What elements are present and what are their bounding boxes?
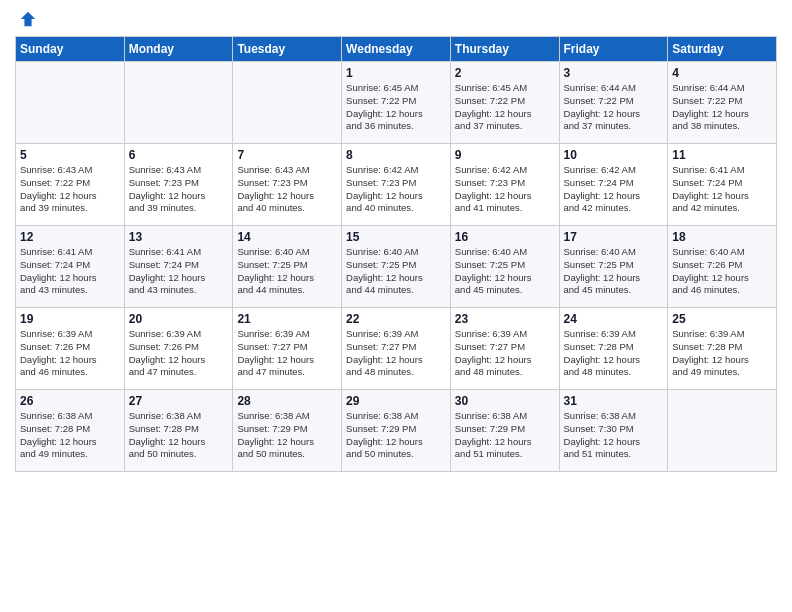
day-number: 3	[564, 66, 664, 80]
logo	[15, 10, 37, 28]
day-number: 6	[129, 148, 229, 162]
calendar-empty-cell	[233, 62, 342, 144]
calendar-day-15: 15Sunrise: 6:40 AM Sunset: 7:25 PM Dayli…	[342, 226, 451, 308]
header	[15, 10, 777, 28]
day-info: Sunrise: 6:42 AM Sunset: 7:23 PM Dayligh…	[455, 164, 555, 215]
calendar-empty-cell	[124, 62, 233, 144]
calendar-day-23: 23Sunrise: 6:39 AM Sunset: 7:27 PM Dayli…	[450, 308, 559, 390]
day-number: 13	[129, 230, 229, 244]
calendar-day-16: 16Sunrise: 6:40 AM Sunset: 7:25 PM Dayli…	[450, 226, 559, 308]
day-number: 21	[237, 312, 337, 326]
calendar-day-5: 5Sunrise: 6:43 AM Sunset: 7:22 PM Daylig…	[16, 144, 125, 226]
calendar-header-sunday: Sunday	[16, 37, 125, 62]
day-info: Sunrise: 6:41 AM Sunset: 7:24 PM Dayligh…	[672, 164, 772, 215]
calendar-header-row: SundayMondayTuesdayWednesdayThursdayFrid…	[16, 37, 777, 62]
day-info: Sunrise: 6:39 AM Sunset: 7:26 PM Dayligh…	[20, 328, 120, 379]
calendar-header-tuesday: Tuesday	[233, 37, 342, 62]
calendar-day-11: 11Sunrise: 6:41 AM Sunset: 7:24 PM Dayli…	[668, 144, 777, 226]
calendar-day-14: 14Sunrise: 6:40 AM Sunset: 7:25 PM Dayli…	[233, 226, 342, 308]
calendar-day-13: 13Sunrise: 6:41 AM Sunset: 7:24 PM Dayli…	[124, 226, 233, 308]
calendar-week-row: 19Sunrise: 6:39 AM Sunset: 7:26 PM Dayli…	[16, 308, 777, 390]
calendar-day-20: 20Sunrise: 6:39 AM Sunset: 7:26 PM Dayli…	[124, 308, 233, 390]
calendar-day-27: 27Sunrise: 6:38 AM Sunset: 7:28 PM Dayli…	[124, 390, 233, 472]
day-info: Sunrise: 6:40 AM Sunset: 7:25 PM Dayligh…	[455, 246, 555, 297]
calendar-week-row: 26Sunrise: 6:38 AM Sunset: 7:28 PM Dayli…	[16, 390, 777, 472]
calendar-day-2: 2Sunrise: 6:45 AM Sunset: 7:22 PM Daylig…	[450, 62, 559, 144]
day-info: Sunrise: 6:43 AM Sunset: 7:23 PM Dayligh…	[237, 164, 337, 215]
day-number: 26	[20, 394, 120, 408]
calendar-day-28: 28Sunrise: 6:38 AM Sunset: 7:29 PM Dayli…	[233, 390, 342, 472]
calendar-week-row: 5Sunrise: 6:43 AM Sunset: 7:22 PM Daylig…	[16, 144, 777, 226]
day-number: 9	[455, 148, 555, 162]
day-number: 22	[346, 312, 446, 326]
day-info: Sunrise: 6:42 AM Sunset: 7:23 PM Dayligh…	[346, 164, 446, 215]
day-info: Sunrise: 6:39 AM Sunset: 7:27 PM Dayligh…	[237, 328, 337, 379]
calendar-header-saturday: Saturday	[668, 37, 777, 62]
calendar-day-24: 24Sunrise: 6:39 AM Sunset: 7:28 PM Dayli…	[559, 308, 668, 390]
day-number: 23	[455, 312, 555, 326]
day-number: 8	[346, 148, 446, 162]
day-info: Sunrise: 6:41 AM Sunset: 7:24 PM Dayligh…	[20, 246, 120, 297]
day-info: Sunrise: 6:42 AM Sunset: 7:24 PM Dayligh…	[564, 164, 664, 215]
day-info: Sunrise: 6:40 AM Sunset: 7:25 PM Dayligh…	[564, 246, 664, 297]
calendar-week-row: 1Sunrise: 6:45 AM Sunset: 7:22 PM Daylig…	[16, 62, 777, 144]
day-number: 19	[20, 312, 120, 326]
day-number: 18	[672, 230, 772, 244]
calendar-day-10: 10Sunrise: 6:42 AM Sunset: 7:24 PM Dayli…	[559, 144, 668, 226]
day-number: 5	[20, 148, 120, 162]
day-info: Sunrise: 6:38 AM Sunset: 7:29 PM Dayligh…	[455, 410, 555, 461]
logo-icon	[19, 10, 37, 28]
day-info: Sunrise: 6:40 AM Sunset: 7:25 PM Dayligh…	[237, 246, 337, 297]
day-number: 14	[237, 230, 337, 244]
day-number: 20	[129, 312, 229, 326]
day-info: Sunrise: 6:40 AM Sunset: 7:26 PM Dayligh…	[672, 246, 772, 297]
calendar-header-monday: Monday	[124, 37, 233, 62]
calendar-day-18: 18Sunrise: 6:40 AM Sunset: 7:26 PM Dayli…	[668, 226, 777, 308]
calendar-day-26: 26Sunrise: 6:38 AM Sunset: 7:28 PM Dayli…	[16, 390, 125, 472]
day-number: 1	[346, 66, 446, 80]
day-number: 31	[564, 394, 664, 408]
day-info: Sunrise: 6:43 AM Sunset: 7:23 PM Dayligh…	[129, 164, 229, 215]
day-number: 7	[237, 148, 337, 162]
day-info: Sunrise: 6:38 AM Sunset: 7:30 PM Dayligh…	[564, 410, 664, 461]
calendar-empty-cell	[16, 62, 125, 144]
calendar-day-8: 8Sunrise: 6:42 AM Sunset: 7:23 PM Daylig…	[342, 144, 451, 226]
day-number: 28	[237, 394, 337, 408]
calendar-day-17: 17Sunrise: 6:40 AM Sunset: 7:25 PM Dayli…	[559, 226, 668, 308]
calendar-week-row: 12Sunrise: 6:41 AM Sunset: 7:24 PM Dayli…	[16, 226, 777, 308]
day-number: 30	[455, 394, 555, 408]
day-info: Sunrise: 6:38 AM Sunset: 7:29 PM Dayligh…	[346, 410, 446, 461]
day-number: 27	[129, 394, 229, 408]
calendar-day-21: 21Sunrise: 6:39 AM Sunset: 7:27 PM Dayli…	[233, 308, 342, 390]
day-info: Sunrise: 6:43 AM Sunset: 7:22 PM Dayligh…	[20, 164, 120, 215]
page: SundayMondayTuesdayWednesdayThursdayFrid…	[0, 0, 792, 612]
calendar-day-9: 9Sunrise: 6:42 AM Sunset: 7:23 PM Daylig…	[450, 144, 559, 226]
day-number: 2	[455, 66, 555, 80]
day-info: Sunrise: 6:45 AM Sunset: 7:22 PM Dayligh…	[346, 82, 446, 133]
day-info: Sunrise: 6:38 AM Sunset: 7:28 PM Dayligh…	[129, 410, 229, 461]
calendar-day-3: 3Sunrise: 6:44 AM Sunset: 7:22 PM Daylig…	[559, 62, 668, 144]
calendar-day-29: 29Sunrise: 6:38 AM Sunset: 7:29 PM Dayli…	[342, 390, 451, 472]
calendar: SundayMondayTuesdayWednesdayThursdayFrid…	[15, 36, 777, 472]
day-info: Sunrise: 6:38 AM Sunset: 7:28 PM Dayligh…	[20, 410, 120, 461]
day-info: Sunrise: 6:38 AM Sunset: 7:29 PM Dayligh…	[237, 410, 337, 461]
calendar-header-wednesday: Wednesday	[342, 37, 451, 62]
calendar-day-22: 22Sunrise: 6:39 AM Sunset: 7:27 PM Dayli…	[342, 308, 451, 390]
day-number: 10	[564, 148, 664, 162]
day-number: 17	[564, 230, 664, 244]
day-number: 12	[20, 230, 120, 244]
day-info: Sunrise: 6:40 AM Sunset: 7:25 PM Dayligh…	[346, 246, 446, 297]
calendar-day-25: 25Sunrise: 6:39 AM Sunset: 7:28 PM Dayli…	[668, 308, 777, 390]
calendar-day-31: 31Sunrise: 6:38 AM Sunset: 7:30 PM Dayli…	[559, 390, 668, 472]
day-info: Sunrise: 6:39 AM Sunset: 7:27 PM Dayligh…	[346, 328, 446, 379]
day-number: 4	[672, 66, 772, 80]
calendar-day-1: 1Sunrise: 6:45 AM Sunset: 7:22 PM Daylig…	[342, 62, 451, 144]
day-info: Sunrise: 6:41 AM Sunset: 7:24 PM Dayligh…	[129, 246, 229, 297]
calendar-day-6: 6Sunrise: 6:43 AM Sunset: 7:23 PM Daylig…	[124, 144, 233, 226]
day-number: 15	[346, 230, 446, 244]
calendar-empty-cell	[668, 390, 777, 472]
day-info: Sunrise: 6:39 AM Sunset: 7:27 PM Dayligh…	[455, 328, 555, 379]
day-info: Sunrise: 6:45 AM Sunset: 7:22 PM Dayligh…	[455, 82, 555, 133]
calendar-day-30: 30Sunrise: 6:38 AM Sunset: 7:29 PM Dayli…	[450, 390, 559, 472]
day-info: Sunrise: 6:39 AM Sunset: 7:28 PM Dayligh…	[564, 328, 664, 379]
